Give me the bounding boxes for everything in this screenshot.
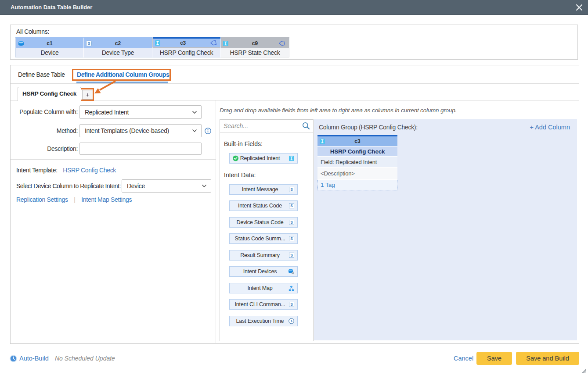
method-label: Method:	[11, 124, 78, 137]
field-chip-intent-message[interactable]: Intent Message S	[229, 184, 298, 195]
populate-column-select[interactable]: Replicated Intent	[79, 105, 202, 119]
field-chip-label: Device Status Code	[237, 219, 284, 225]
field-chip-label: Intent Message	[242, 186, 278, 193]
field-chip-status-code-summary[interactable]: Status Code Summ... S	[229, 233, 298, 244]
tag-icon	[210, 40, 216, 46]
info-icon[interactable]	[205, 128, 211, 134]
all-columns-label: All Columns:	[16, 28, 49, 35]
cancel-button[interactable]: Cancel	[454, 352, 473, 365]
card-column-id: c3	[317, 138, 397, 144]
save-and-build-button[interactable]: Save and Build	[516, 352, 579, 365]
field-chip-label: Intent Map	[247, 285, 272, 291]
footer-autobuild[interactable]: Auto-Build No Scheduled Update	[10, 352, 115, 365]
populate-column-value: Replicated Intent	[85, 109, 129, 116]
string-type-icon: S	[289, 220, 294, 225]
column-name: Device	[15, 48, 84, 57]
card-field-row: Field: Replicated Intent	[317, 157, 397, 168]
intent-template-label-row: Intent Template: HSRP Config Check	[16, 167, 116, 174]
svg-text:S: S	[290, 220, 293, 225]
tab-hsrp-config-check[interactable]: HSRP Config Check	[18, 87, 81, 101]
intent-type-icon	[155, 40, 160, 46]
svg-text:S: S	[87, 41, 90, 46]
field-chip-label: Replicated Intent	[240, 155, 280, 161]
field-chip-label: Status Code Summ...	[235, 236, 285, 242]
main-tabs: Define Base Table Define Additional Colu…	[11, 65, 579, 84]
resize-grip-icon[interactable]	[581, 369, 586, 373]
field-chip-intent-devices[interactable]: Intent Devices	[229, 266, 298, 277]
intent-template-label: Intent Template:	[16, 167, 58, 174]
card-tag-link[interactable]: 1 Tag	[317, 180, 397, 190]
field-chip-label: Result Summary	[240, 252, 280, 258]
field-chip-last-execution-time[interactable]: Last Execution Time	[229, 316, 298, 326]
column-c1[interactable]: c1 Device	[15, 37, 84, 57]
intent-map-settings-link[interactable]: Intent Map Settings	[81, 196, 132, 203]
string-type-icon: S	[86, 40, 92, 46]
drag-drop-instruction: Drag and drop available fields from left…	[220, 107, 457, 114]
field-chip-label: Intent Devices	[243, 268, 277, 275]
column-c9[interactable]: c9 HSRP State Check	[221, 37, 289, 57]
device-column-label: Select Device Column to Replicate Intent…	[16, 179, 121, 193]
svg-text:S: S	[290, 302, 293, 307]
svg-text:S: S	[290, 236, 293, 241]
schedule-status: No Scheduled Update	[55, 355, 115, 362]
method-select[interactable]: Intent Templates (Device-based)	[79, 124, 202, 137]
field-chip-label: Intent CLI Comman...	[235, 301, 285, 307]
chevron-down-icon	[202, 184, 207, 188]
column-group-dropzone: Column Group (HSRP Config Check): + Add …	[314, 119, 577, 340]
chevron-down-icon	[192, 129, 197, 132]
field-chip-intent-cli-commands[interactable]: Intent CLI Comman... S	[229, 299, 298, 310]
devices-icon	[288, 269, 294, 275]
replication-settings-link[interactable]: Replication Settings	[16, 196, 68, 203]
clock-schedule-icon	[10, 355, 17, 362]
string-type-icon: S	[289, 253, 294, 258]
field-chip-intent-map[interactable]: Intent Map	[229, 283, 298, 293]
column-card-c3[interactable]: c3 HSRP Config Check Field: Replicated I…	[317, 135, 397, 190]
device-column-select[interactable]: Device	[122, 179, 211, 193]
map-icon	[289, 286, 294, 291]
string-type-icon: S	[289, 236, 294, 241]
add-column-link[interactable]: + Add Column	[530, 124, 570, 131]
settings-links-row: Replication Settings | Intent Map Settin…	[16, 196, 132, 203]
svg-text:S: S	[290, 253, 293, 257]
add-column-group-button[interactable]: +	[82, 90, 93, 100]
string-type-icon: S	[289, 203, 294, 208]
column-group-form: Populate Column with: Replicated Intent …	[11, 100, 216, 344]
tab-define-additional-column-groups[interactable]: Define Additional Column Groups	[77, 65, 169, 84]
column-group-tab-strip: HSRP Config Check +	[11, 84, 579, 100]
intent-template-link[interactable]: HSRP Config Check	[63, 167, 116, 174]
column-id: c2	[84, 40, 152, 46]
column-id: c1	[16, 40, 83, 46]
field-chip-result-summary[interactable]: Result Summary S	[229, 250, 298, 261]
tag-icon	[279, 41, 285, 46]
search-placeholder: Search...	[224, 120, 248, 132]
tab-define-base-table[interactable]: Define Base Table	[18, 65, 65, 84]
links-separator: |	[74, 196, 75, 203]
dialog-title: Automation Data Table Builder	[11, 0, 92, 15]
field-chip-device-status-code[interactable]: Device Status Code S	[229, 217, 298, 228]
check-circle-icon	[233, 156, 238, 161]
field-chip-label: Last Execution Time	[236, 318, 284, 324]
column-c2[interactable]: S c2 Device Type	[84, 37, 152, 57]
form-divider	[11, 159, 216, 160]
auto-build-link[interactable]: Auto-Build	[19, 355, 49, 362]
search-box[interactable]: Search...	[220, 120, 313, 132]
all-columns-box: All Columns: c1 Device	[10, 25, 578, 60]
active-tab-underline	[76, 82, 168, 83]
column-name: HSRP State Check	[221, 48, 289, 57]
field-chip-intent-status-code[interactable]: Intent Status Code S	[229, 200, 298, 211]
field-chip-replicated-intent[interactable]: Replicated Intent	[229, 153, 298, 164]
column-c3-selected[interactable]: c3 HSRP Config Check	[152, 37, 221, 57]
search-icon[interactable]	[302, 122, 310, 130]
save-button[interactable]: Save	[476, 352, 512, 365]
field-chip-label: Intent Status Code	[238, 203, 282, 209]
column-group-title: Column Group (HSRP Config Check):	[319, 124, 418, 131]
intent-type-icon	[320, 139, 325, 144]
device-icon	[18, 40, 24, 46]
string-type-icon: S	[289, 302, 294, 307]
dialog-titlebar: Automation Data Table Builder	[0, 0, 588, 15]
all-columns-table: c1 Device S c2 Device Type	[15, 37, 289, 57]
svg-text:S: S	[290, 187, 293, 192]
close-icon[interactable]	[575, 4, 583, 11]
description-input[interactable]	[79, 143, 202, 155]
column-name: HSRP Config Check	[152, 48, 221, 57]
